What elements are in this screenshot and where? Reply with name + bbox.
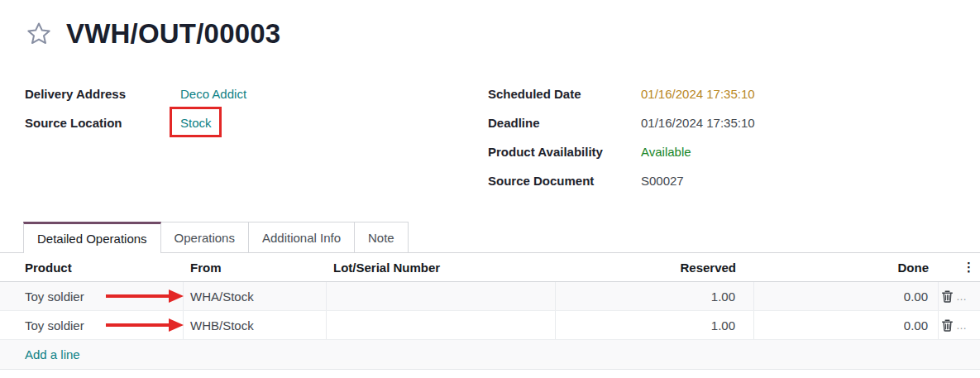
column-header-from[interactable]: From [184, 253, 327, 281]
product-cell[interactable]: Toy soldier [0, 282, 184, 310]
source-location-label: Source Location [25, 115, 180, 131]
from-cell[interactable]: WHA/Stock [184, 282, 327, 310]
tab-operations[interactable]: Operations [160, 222, 249, 252]
field-source-location: Source Location Stock [25, 115, 246, 144]
reserved-cell[interactable]: 1.00 [556, 311, 754, 339]
product-cell[interactable]: Toy soldier [0, 311, 184, 339]
column-header-done[interactable]: Done [754, 253, 939, 281]
title-row: VWH/OUT/00003 [25, 18, 280, 50]
done-cell[interactable]: 0.00 [754, 311, 939, 339]
favorite-star-icon[interactable] [25, 21, 52, 48]
detailed-operations-table: Product From Lot/Serial Number Reserved … [0, 253, 980, 370]
column-header-lot-serial[interactable]: Lot/Serial Number [327, 253, 556, 281]
done-cell[interactable]: 0.00 [754, 282, 939, 310]
source-location-value[interactable]: Stock [180, 115, 212, 131]
delivery-order-form: VWH/OUT/00003 Delivery Address Deco Addi… [0, 0, 980, 378]
field-source-document: Source Document S00027 [488, 173, 755, 202]
from-cell[interactable]: WHB/Stock [184, 311, 327, 339]
product-availability-label: Product Availability [488, 144, 641, 160]
lot-serial-cell[interactable] [327, 311, 556, 339]
tab-detailed-operations[interactable]: Detailed Operations [23, 222, 161, 253]
notebook-tabs: Detailed Operations Operations Additiona… [0, 222, 980, 253]
table-header-row: Product From Lot/Serial Number Reserved … [0, 253, 980, 282]
right-field-column: Scheduled Date 01/16/2024 17:35:10 Deadl… [488, 86, 755, 202]
reserved-cell[interactable]: 1.00 [556, 282, 754, 310]
tab-note[interactable]: Note [354, 222, 409, 252]
field-scheduled-date: Scheduled Date 01/16/2024 17:35:10 [488, 86, 755, 115]
row-more-dots: … [956, 319, 967, 332]
deadline-value[interactable]: 01/16/2024 17:35:10 [641, 115, 755, 131]
row-actions-cell: … [939, 282, 980, 310]
row-more-dots: … [956, 290, 967, 303]
field-delivery-address: Delivery Address Deco Addict [25, 86, 246, 115]
add-a-line-link[interactable]: Add a line [0, 347, 80, 361]
add-line-row: Add a line [0, 340, 980, 370]
table-row: Toy soldier WHA/Stock 1.00 0.00 … [0, 282, 980, 311]
row-actions-cell: … [939, 311, 980, 339]
field-deadline: Deadline 01/16/2024 17:35:10 [488, 115, 755, 144]
optional-columns-icon[interactable]: ⋮ [963, 261, 975, 273]
page-title: VWH/OUT/00003 [66, 18, 280, 50]
source-document-label: Source Document [488, 173, 641, 189]
source-document-value[interactable]: S00027 [641, 173, 684, 189]
lot-serial-cell[interactable] [327, 282, 556, 310]
column-header-actions: ⋮ [939, 253, 980, 281]
product-availability-value: Available [641, 144, 691, 160]
left-field-column: Delivery Address Deco Addict Source Loca… [25, 86, 246, 144]
field-product-availability: Product Availability Available [488, 144, 755, 173]
scheduled-date-label: Scheduled Date [488, 86, 641, 102]
column-header-product[interactable]: Product [0, 253, 184, 281]
table-row: Toy soldier WHB/Stock 1.00 0.00 … [0, 311, 980, 340]
delivery-address-label: Delivery Address [25, 86, 180, 102]
trash-icon[interactable] [941, 319, 954, 332]
column-header-reserved[interactable]: Reserved [556, 253, 754, 281]
tab-additional-info[interactable]: Additional Info [248, 222, 355, 252]
trash-icon[interactable] [941, 290, 954, 303]
deadline-label: Deadline [488, 115, 641, 131]
scheduled-date-value[interactable]: 01/16/2024 17:35:10 [641, 86, 755, 102]
delivery-address-value[interactable]: Deco Addict [180, 86, 246, 102]
